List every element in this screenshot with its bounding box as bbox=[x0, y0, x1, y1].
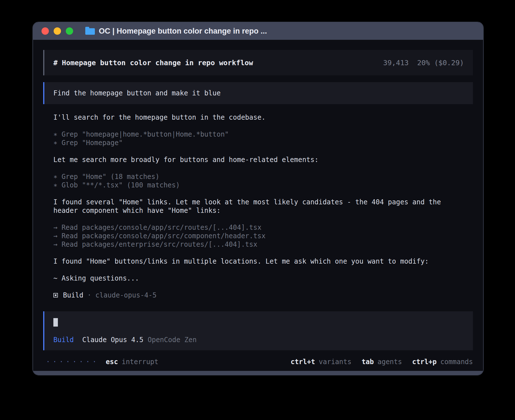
token-count: 39,413 bbox=[383, 59, 409, 67]
window-title: OC | Homepage button color change in rep… bbox=[99, 27, 267, 36]
shortcut-label: agents bbox=[377, 358, 402, 366]
session-header: # Homepage button color change in repo w… bbox=[43, 50, 473, 75]
terminal-body: # Homepage button color change in repo w… bbox=[33, 40, 483, 371]
shortcut-agents: tab agents bbox=[362, 358, 402, 366]
tool-call-grep: ∗ Grep "homepage|home.*button|Home.*butt… bbox=[53, 130, 457, 139]
input-meta: Build Claude Opus 4.5 OpenCode Zen bbox=[53, 336, 464, 344]
assistant-text: I'll search for the homepage button in t… bbox=[53, 113, 455, 122]
user-message: Find the homepage button and make it blu… bbox=[43, 82, 473, 104]
folder-icon bbox=[85, 28, 95, 35]
shortcut-label: commands bbox=[440, 358, 473, 366]
tool-call-group: → Read packages/console/app/src/routes/[… bbox=[53, 223, 457, 249]
esc-label: interrupt bbox=[122, 358, 158, 366]
status-bar-left: ········ esc interrupt bbox=[46, 358, 158, 366]
tool-call-group: ∗ Grep "homepage|home.*button|Home.*butt… bbox=[53, 130, 457, 147]
prompt-input[interactable]: Build Claude Opus 4.5 OpenCode Zen bbox=[43, 311, 473, 350]
tool-call-read: → Read packages/enterprise/src/routes/[.… bbox=[53, 240, 457, 249]
shortcut-variants: ctrl+t variants bbox=[291, 358, 351, 366]
shortcut-key: tab bbox=[362, 358, 374, 366]
assistant-text: Let me search more broadly for buttons a… bbox=[53, 156, 455, 164]
model-name: claude-opus-4-5 bbox=[95, 291, 157, 299]
shortcut-label: variants bbox=[319, 358, 352, 366]
zoom-button[interactable] bbox=[66, 27, 73, 35]
esc-key: esc bbox=[106, 358, 118, 366]
session-meta: 39,413 20% ($0.29) bbox=[383, 59, 464, 67]
tool-call-grep: ∗ Grep "Home" (18 matches) bbox=[53, 172, 457, 181]
tool-call-glob: ∗ Glob "**/*.tsx" (100 matches) bbox=[53, 181, 457, 189]
close-button[interactable] bbox=[42, 27, 49, 35]
shortcut-commands: ctrl+p commands bbox=[412, 358, 473, 366]
user-message-text: Find the homepage button and make it blu… bbox=[53, 89, 221, 97]
window-bottom-edge bbox=[33, 371, 483, 375]
separator-dot: · bbox=[87, 291, 91, 299]
terminal-window: OC | Homepage button color change in rep… bbox=[32, 22, 484, 375]
agent-status-row: Build · claude-opus-4-5 bbox=[53, 291, 457, 299]
shortcut-key: ctrl+t bbox=[291, 358, 315, 366]
tool-call-group: ∗ Grep "Home" (18 matches) ∗ Glob "**/*.… bbox=[53, 172, 457, 189]
assistant-text: I found "Home" buttons/links in multiple… bbox=[53, 257, 455, 266]
tool-call-grep: ∗ Grep "Homepage" bbox=[53, 139, 457, 147]
shortcut-key: ctrl+p bbox=[412, 358, 437, 366]
status-bar-right: ctrl+t variants tab agents ctrl+p comman… bbox=[291, 358, 473, 366]
input-cursor bbox=[53, 318, 58, 327]
assistant-text: I found several "Home" links. Let me loo… bbox=[53, 198, 455, 215]
provider-label: OpenCode Zen bbox=[148, 336, 197, 344]
spinner-dots-icon: ········ bbox=[46, 358, 99, 366]
minimize-button[interactable] bbox=[54, 27, 61, 35]
titlebar: OC | Homepage button color change in rep… bbox=[33, 22, 483, 40]
conversation: I'll search for the homepage button in t… bbox=[43, 113, 467, 299]
tool-call-read: → Read packages/console/app/src/componen… bbox=[53, 232, 457, 240]
input-model-label: Claude Opus 4.5 bbox=[82, 336, 143, 344]
status-bar: ········ esc interrupt ctrl+t variants t… bbox=[43, 358, 473, 366]
session-title: # Homepage button color change in repo w… bbox=[53, 59, 253, 67]
agent-name: Build bbox=[63, 291, 83, 299]
build-agent-icon bbox=[53, 293, 58, 298]
assistant-status-text: ~ Asking questions... bbox=[53, 274, 457, 283]
mode-badge: Build bbox=[53, 336, 74, 344]
context-usage: 20% ($0.29) bbox=[417, 59, 464, 67]
tool-call-read: → Read packages/console/app/src/routes/[… bbox=[53, 223, 457, 232]
